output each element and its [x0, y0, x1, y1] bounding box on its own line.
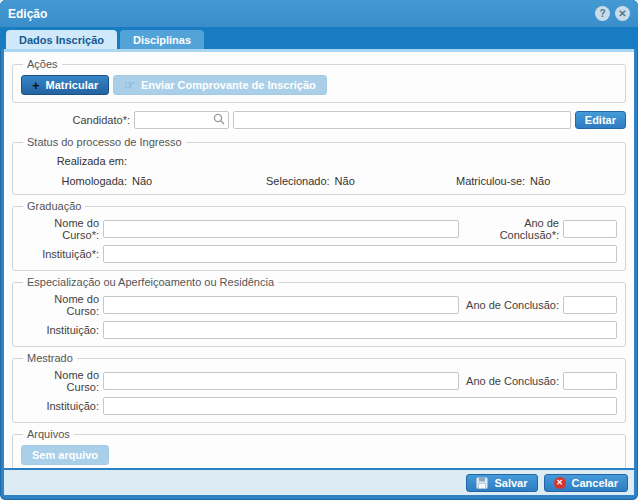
section-acoes: Ações + Matricular ☞ Enviar Comprovante … [12, 58, 626, 103]
section-acoes-legend: Ações [23, 58, 62, 70]
dialog-footer: Salvar ✕ Cancelar [4, 468, 634, 495]
section-mestrado-legend: Mestrado [23, 352, 77, 364]
salvar-button[interactable]: Salvar [466, 474, 537, 492]
sem-arquivo-button-label: Sem arquivo [32, 449, 98, 461]
cancel-x-icon: ✕ [554, 477, 566, 489]
candidato-row: Candidato*: Editar [12, 110, 626, 129]
help-icon[interactable]: ? [595, 6, 610, 21]
tab-dados-inscricao[interactable]: Dados Inscrição [6, 30, 117, 49]
send-icon: ☞ [124, 80, 135, 91]
section-status-ingresso: Status do processo de Ingresso Realizada… [12, 136, 626, 195]
sem-arquivo-button[interactable]: Sem arquivo [21, 445, 109, 465]
editar-button[interactable]: Editar [575, 111, 626, 129]
section-graduacao-legend: Graduação [23, 200, 85, 212]
candidato-name-input[interactable] [233, 111, 571, 129]
matriculou-se-value: Não [530, 175, 550, 187]
realizada-em-label: Realizada em: [21, 155, 127, 167]
matricular-button-label: Matricular [46, 79, 99, 91]
especializacao-ano-conclusao-input[interactable] [563, 296, 617, 314]
dialog-body: Ações + Matricular ☞ Enviar Comprovante … [4, 49, 634, 468]
enviar-comprovante-button-label: Enviar Comprovante de Inscrição [141, 79, 316, 91]
edit-dialog-window: Edição ? ✕ Dados Inscrição Disciplinas A… [0, 0, 638, 500]
especializacao-instituicao-input[interactable] [103, 321, 617, 339]
mestrado-instituicao-label: Instituição: [21, 400, 99, 412]
graduacao-instituicao-input[interactable] [103, 245, 617, 263]
graduacao-nome-curso-label: Nome do Curso*: [21, 217, 99, 241]
homologada-label: Homologada: [21, 175, 127, 187]
status-selecionado: Selecionado: Não [266, 175, 456, 187]
graduacao-ano-conclusao-input[interactable] [563, 220, 617, 238]
close-icon[interactable]: ✕ [615, 6, 630, 21]
candidato-label: Candidato*: [12, 114, 130, 126]
section-mestrado: Mestrado Nome do Curso: Ano de Conclusão… [12, 352, 626, 423]
window-title: Edição [8, 7, 47, 21]
section-arquivos-legend: Arquivos [23, 428, 74, 440]
status-values-row: Homologada: Não Selecionado: Não Matricu… [21, 175, 617, 187]
salvar-button-label: Salvar [494, 477, 527, 489]
tab-strip: Dados Inscrição Disciplinas [0, 27, 638, 49]
tab-disciplinas[interactable]: Disciplinas [120, 30, 204, 49]
enviar-comprovante-button[interactable]: ☞ Enviar Comprovante de Inscrição [113, 75, 327, 95]
section-graduacao: Graduação Nome do Curso*: Ano de Conclus… [12, 200, 626, 271]
especializacao-ano-conclusao-label: Ano de Conclusão: [463, 299, 559, 311]
cancelar-button-label: Cancelar [572, 477, 618, 489]
mestrado-ano-conclusao-label: Ano de Conclusão: [463, 375, 559, 387]
graduacao-nome-curso-input[interactable] [103, 220, 459, 238]
status-matriculou-se: Matriculou-se: Não [456, 175, 617, 187]
selecionado-label: Selecionado: [266, 175, 330, 187]
graduacao-instituicao-label: Instituição*: [21, 248, 99, 260]
save-disk-icon [476, 477, 488, 489]
section-especializacao-legend: Especialização ou Aperfeiçoamento ou Res… [23, 276, 278, 288]
mestrado-instituicao-input[interactable] [103, 397, 617, 415]
especializacao-instituicao-label: Instituição: [21, 324, 99, 336]
mestrado-nome-curso-label: Nome do Curso: [21, 369, 99, 393]
section-status-legend: Status do processo de Ingresso [23, 136, 186, 148]
graduacao-ano-conclusao-label: Ano de Conclusão*: [463, 217, 559, 241]
status-homologada: Homologada: Não [21, 175, 266, 187]
section-especializacao: Especialização ou Aperfeiçoamento ou Res… [12, 276, 626, 347]
section-arquivos: Arquivos Sem arquivo [12, 428, 626, 468]
cancelar-button[interactable]: ✕ Cancelar [544, 474, 628, 492]
titlebar: Edição ? ✕ [0, 0, 638, 27]
selecionado-value: Não [335, 175, 355, 187]
mestrado-ano-conclusao-input[interactable] [563, 372, 617, 390]
editar-button-label: Editar [585, 114, 616, 126]
especializacao-nome-curso-label: Nome do Curso: [21, 293, 99, 317]
plus-icon: + [32, 80, 40, 91]
matriculou-se-label: Matriculou-se: [456, 175, 525, 187]
mestrado-nome-curso-input[interactable] [103, 372, 459, 390]
matricular-button[interactable]: + Matricular [21, 75, 109, 95]
candidato-search-input[interactable] [134, 111, 229, 129]
especializacao-nome-curso-input[interactable] [103, 296, 459, 314]
homologada-value: Não [132, 175, 152, 187]
